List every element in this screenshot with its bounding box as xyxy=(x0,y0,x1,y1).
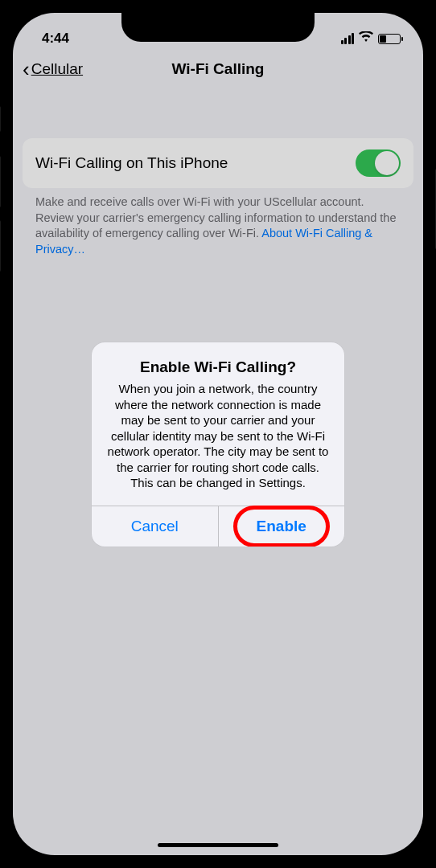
screen: 4:44 ‹ Cellular Wi-Fi Calling Wi-Fi Call… xyxy=(13,13,423,855)
alert-buttons: Cancel Enable xyxy=(92,506,344,547)
alert-body: Enable Wi-Fi Calling? When you join a ne… xyxy=(92,342,344,506)
enable-button-label: Enable xyxy=(257,518,306,534)
phone-frame: 4:44 ‹ Cellular Wi-Fi Calling Wi-Fi Call… xyxy=(0,0,436,868)
enable-wifi-calling-alert: Enable Wi-Fi Calling? When you join a ne… xyxy=(92,342,344,547)
volume-down-button xyxy=(0,220,1,272)
mute-switch xyxy=(0,106,1,132)
cancel-button[interactable]: Cancel xyxy=(92,506,219,547)
alert-title: Enable Wi-Fi Calling? xyxy=(106,358,330,376)
enable-button[interactable]: Enable xyxy=(219,506,345,547)
notch xyxy=(121,13,315,42)
volume-up-button xyxy=(0,156,1,207)
home-indicator[interactable] xyxy=(158,843,278,847)
alert-message: When you join a network, the country whe… xyxy=(106,381,330,491)
